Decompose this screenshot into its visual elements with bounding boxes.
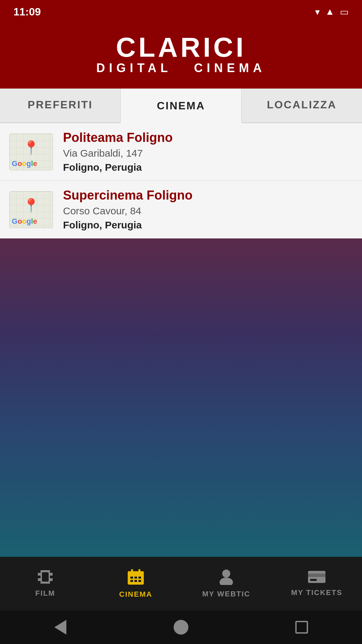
svg-point-19	[220, 578, 233, 585]
cinema-info-supercinema: Supercinema Foligno Corso Cavour, 84 Fol…	[63, 188, 192, 231]
svg-rect-6	[50, 581, 53, 584]
status-bar: 11:09 ▾ ▲ ▭	[0, 0, 362, 23]
bottom-nav: FILM CINEMA M	[0, 557, 362, 610]
logo-digital: DIGITAL	[96, 61, 172, 75]
nav-film[interactable]: FILM	[0, 557, 90, 610]
google-logo-supercinema: Google	[12, 217, 37, 226]
svg-rect-12	[130, 577, 133, 579]
battery-icon: ▭	[340, 6, 349, 17]
app-header: CLARICI DIGITAL CINEMA	[0, 23, 362, 89]
svg-rect-2	[38, 576, 41, 578]
logo-main: CLARICI	[96, 34, 265, 61]
cinema-address-supercinema: Corso Cavour, 84	[63, 205, 192, 217]
nav-cinema-label: CINEMA	[119, 590, 153, 599]
svg-rect-10	[131, 569, 133, 573]
svg-rect-9	[128, 571, 144, 575]
svg-rect-3	[38, 581, 41, 584]
status-time: 11:09	[13, 6, 41, 18]
system-nav	[0, 610, 362, 644]
map-thumbnail-supercinema: 📍 Google	[9, 191, 53, 228]
nav-mywebtic[interactable]: MY WEBTIC	[181, 557, 272, 610]
cinema-info-politeama: Politeama Foligno Via Garibaldi, 147 Fol…	[63, 130, 173, 173]
home-button[interactable]	[171, 617, 191, 637]
card-icon	[307, 570, 326, 585]
google-logo-politeama: Google	[12, 159, 37, 168]
calendar-icon	[127, 569, 144, 587]
film-icon	[37, 570, 53, 586]
logo-sub: DIGITAL CINEMA	[96, 61, 265, 75]
svg-rect-7	[42, 572, 49, 582]
svg-rect-1	[38, 570, 41, 573]
cinema-name-politeama: Politeama Foligno	[63, 130, 173, 145]
tab-preferiti[interactable]: PREFERITI	[0, 89, 121, 122]
cinema-item-politeama[interactable]: 📍 Google Politeama Foligno Via Garibaldi…	[0, 123, 362, 181]
back-triangle-icon	[54, 620, 66, 635]
signal-icon: ▲	[325, 6, 335, 17]
recents-button[interactable]	[292, 617, 312, 637]
map-pin-supercinema: 📍	[23, 198, 40, 213]
person-icon	[218, 569, 234, 586]
svg-rect-17	[138, 580, 141, 582]
svg-rect-16	[134, 580, 137, 582]
cinema-name-supercinema: Supercinema Foligno	[63, 188, 192, 203]
svg-rect-14	[138, 577, 141, 579]
wifi-icon: ▾	[315, 6, 320, 17]
svg-rect-13	[134, 577, 137, 579]
svg-rect-21	[308, 574, 325, 577]
map-pin-politeama: 📍	[23, 140, 40, 156]
tab-localizza[interactable]: LOCALIZZA	[242, 89, 362, 122]
recents-square-icon	[295, 621, 308, 634]
cinema-address-politeama: Via Garibaldi, 147	[63, 148, 173, 159]
cinema-city-supercinema: Foligno, Perugia	[63, 219, 192, 231]
nav-film-label: FILM	[35, 589, 55, 598]
nav-mytickets-label: MY TICKETS	[291, 588, 343, 597]
cinema-list: 📍 Google Politeama Foligno Via Garibaldi…	[0, 123, 362, 238]
cinema-item-supercinema[interactable]: 📍 Google Supercinema Foligno Corso Cavou…	[0, 181, 362, 238]
tab-bar: PREFERITI CINEMA LOCALIZZA	[0, 89, 362, 123]
svg-rect-4	[50, 570, 53, 573]
main-content	[0, 238, 362, 557]
cinema-city-politeama: Foligno, Perugia	[63, 162, 173, 173]
svg-rect-15	[130, 580, 133, 582]
svg-rect-22	[310, 579, 317, 581]
tab-cinema[interactable]: CINEMA	[121, 89, 241, 123]
logo-cinema: CINEMA	[194, 61, 266, 75]
svg-rect-5	[50, 576, 53, 578]
nav-cinema[interactable]: CINEMA	[90, 557, 181, 610]
home-circle-icon	[174, 620, 188, 635]
map-thumbnail-politeama: 📍 Google	[9, 133, 53, 170]
nav-mywebtic-label: MY WEBTIC	[202, 590, 250, 598]
svg-point-18	[222, 570, 230, 578]
svg-rect-11	[138, 569, 140, 573]
nav-mytickets[interactable]: MY TICKETS	[272, 557, 362, 610]
back-button[interactable]	[50, 617, 70, 637]
status-icons: ▾ ▲ ▭	[315, 6, 349, 17]
logo: CLARICI DIGITAL CINEMA	[96, 34, 265, 75]
